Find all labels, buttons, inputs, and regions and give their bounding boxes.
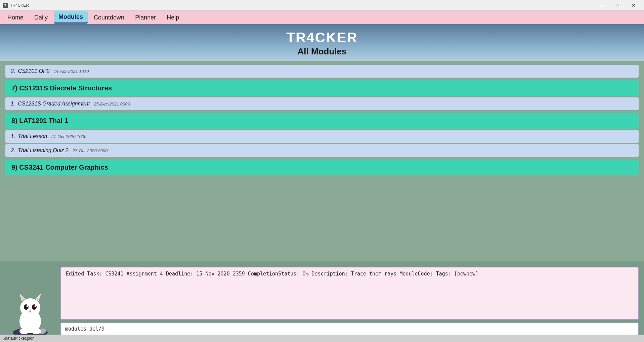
task-name: Thai Lesson xyxy=(18,133,47,139)
console-output-text: Edited Task: CS3241 Assignment 4 Deadlin… xyxy=(66,271,478,277)
svg-point-8 xyxy=(32,304,37,310)
svg-point-14 xyxy=(32,328,41,334)
module-number: 9) xyxy=(11,164,19,171)
task-name: CS2101 OP2 xyxy=(18,68,49,74)
app-name-title: TR4CKER xyxy=(10,3,29,8)
title-bar: T TR4CKER — □ ✕ xyxy=(0,0,644,11)
menu-item-home[interactable]: Home xyxy=(3,12,28,23)
status-bar: .\data\tr4cker.json xyxy=(0,335,644,342)
task-number: 1. xyxy=(11,133,15,139)
module-name: CS1231S Discrete Structures xyxy=(19,84,112,92)
task-number: 2. xyxy=(11,68,15,74)
task-date: 25-Dec-2021 0000 xyxy=(94,101,130,106)
list-item: 1. CS1231S Graded Assignment 25-Dec-2021… xyxy=(5,97,639,110)
maximize-button[interactable]: □ xyxy=(610,0,625,11)
menu-item-daily[interactable]: Daily xyxy=(30,12,52,23)
svg-point-11 xyxy=(29,310,31,312)
close-button[interactable]: ✕ xyxy=(626,0,641,11)
module-header: 7) CS1231S Discrete Structures xyxy=(5,80,639,96)
mascot-image xyxy=(7,282,54,339)
task-date: 14-Apr-2021 1010 xyxy=(54,69,89,74)
list-item: 2. CS2101 OP2 14-Apr-2021 1010 xyxy=(5,65,639,78)
app-icon: T xyxy=(3,3,8,8)
status-path: .\data\tr4cker.json xyxy=(3,336,35,341)
main-content[interactable]: 2. CS2101 OP2 14-Apr-2021 1010 7) CS1231… xyxy=(0,61,644,271)
console-output: Edited Task: CS3241 Assignment 4 Deadlin… xyxy=(60,267,639,320)
svg-point-7 xyxy=(24,304,29,310)
menu-item-modules[interactable]: Modules xyxy=(54,11,88,24)
module-list: 2. CS2101 OP2 14-Apr-2021 1010 7) CS1231… xyxy=(0,61,644,179)
title-bar-left: T TR4CKER xyxy=(3,3,29,8)
app-header: TR4CKER All Modules xyxy=(0,24,644,61)
list-item: 1. Thai Lesson 27-Oct-2020 1000 xyxy=(5,130,639,143)
page-title: All Modules xyxy=(0,46,644,57)
module-name: CS3241 Computer Graphics xyxy=(19,164,108,171)
module-name: LAT1201 Thai 1 xyxy=(19,117,68,124)
title-bar-controls: — □ ✕ xyxy=(594,0,641,11)
task-number: 1. xyxy=(11,101,15,107)
task-name: Thai Listening Quiz 2 xyxy=(18,147,68,154)
console-area: Edited Task: CS3241 Assignment 4 Deadlin… xyxy=(60,261,644,339)
module-header: 8) LAT1201 Thai 1 xyxy=(5,113,639,129)
module-number: 8) xyxy=(11,117,19,124)
task-date: 27-Oct-2020 1000 xyxy=(51,134,87,139)
module-number: 7) xyxy=(11,84,19,92)
bottom-area: Edited Task: CS3241 Assignment 4 Deadlin… xyxy=(0,261,644,342)
svg-point-13 xyxy=(19,328,29,334)
task-name: CS1231S Graded Assignment xyxy=(18,101,90,107)
svg-point-9 xyxy=(27,305,28,307)
module-header: 9) CS3241 Computer Graphics xyxy=(5,160,639,175)
task-number: 2. xyxy=(11,147,15,154)
app-title: TR4CKER xyxy=(0,30,644,46)
menu-item-help[interactable]: Help xyxy=(162,12,184,23)
svg-point-2 xyxy=(20,298,40,317)
minimize-button[interactable]: — xyxy=(594,0,609,11)
list-item: 2. Thai Listening Quiz 2 27-Oct-2020 200… xyxy=(5,144,639,157)
task-date: 27-Oct-2020 2000 xyxy=(73,148,108,153)
menu-item-countdown[interactable]: Countdown xyxy=(89,12,129,23)
console-input[interactable] xyxy=(60,323,639,335)
menu-item-planner[interactable]: Planner xyxy=(130,12,161,23)
menu-bar: Home Daily Modules Countdown Planner Hel… xyxy=(0,11,644,24)
mascot-area xyxy=(0,261,60,339)
svg-point-10 xyxy=(35,305,36,307)
